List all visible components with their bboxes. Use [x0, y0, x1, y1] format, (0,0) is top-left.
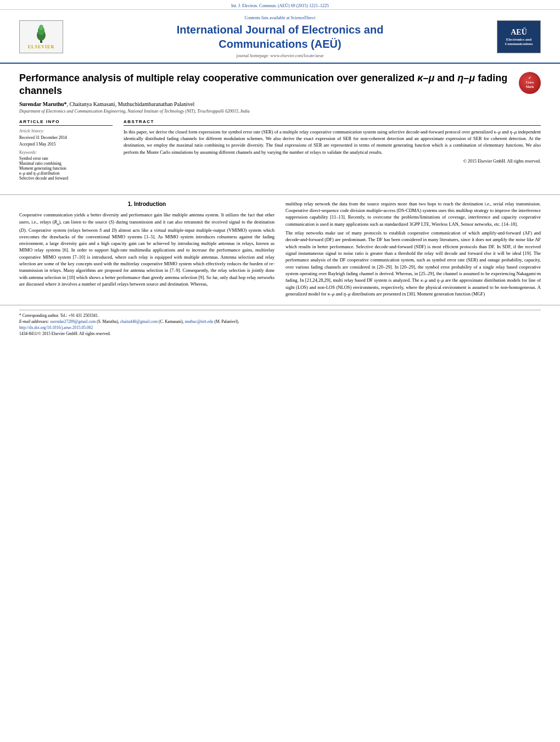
- journal-header: ELSEVIER Contents lists available at Sci…: [0, 10, 560, 64]
- accepted-date: Accepted 3 May 2015: [19, 142, 113, 147]
- journal-homepage: journal homepage: www.elsevier.com/locat…: [71, 53, 489, 58]
- keywords-header: Keywords:: [19, 150, 113, 155]
- intro-text-right: multihop relay network the data from the…: [285, 200, 541, 297]
- doi-line: http://dx.doi.org/10.1016/j.aeue.2015.05…: [19, 325, 541, 330]
- affiliation: Department of Electronics and Communicat…: [19, 109, 541, 114]
- article-title-section: Performance analysis of multiple relay c…: [19, 72, 541, 98]
- abstract-header: ABSTRACT: [124, 119, 541, 126]
- body-content: 1. Introduction Cooperative communicatio…: [0, 200, 560, 299]
- sciencedirect-link: Contents lists available at ScienceDirec…: [71, 15, 489, 20]
- svg-point-3: [39, 25, 43, 30]
- keyword-1: Symbol error rate: [19, 156, 113, 161]
- page: Int. J. Electron. Commun. (AEÜ) 69 (2015…: [0, 0, 560, 742]
- intro-title: 1. Introduction: [19, 200, 275, 209]
- email-3: muthuc@nitt.edu: [184, 319, 213, 324]
- article-info: ARTICLE INFO Article history: Received 3…: [19, 119, 113, 181]
- footer-divider: [19, 310, 541, 310]
- keyword-2: Maximal ratio combining: [19, 161, 113, 166]
- received-date: Received 31 December 2014: [19, 135, 113, 140]
- elsevier-tree-icon: [30, 24, 52, 43]
- author-3: Muthuchidambaranathan Palanivel: [118, 101, 195, 107]
- issn-line: 1434-8411/© 2015 Elsevier GmbH. All righ…: [19, 331, 541, 336]
- email-2: chaitu446@gmail.com: [120, 319, 158, 324]
- abstract-text: In this paper, we derive the closed form…: [124, 129, 541, 155]
- intro-text-left: Cooperative communication yields a bette…: [19, 211, 275, 287]
- journal-ref-text: Int. J. Electron. Commun. (AEÜ) 69 (2015…: [231, 3, 329, 8]
- article-info-abstract-section: ARTICLE INFO Article history: Received 3…: [19, 119, 541, 181]
- elsevier-label: ELSEVIER: [28, 44, 54, 49]
- footnote-star: * Corresponding author. Tel.: +91 431 25…: [19, 313, 541, 318]
- aeu-logo-text: AEÜ Electronics andCommunications: [505, 27, 533, 47]
- authors: Surendar Maruthu*, Chaitanya Kamasani, M…: [19, 101, 541, 107]
- aeu-logo-container: AEÜ Electronics andCommunications: [494, 20, 544, 53]
- article-info-header: ARTICLE INFO: [19, 119, 113, 126]
- doi-link[interactable]: http://dx.doi.org/10.1016/j.aeue.2015.05…: [19, 325, 93, 330]
- keyword-5: Selective decode and forward: [19, 176, 113, 181]
- main-content: Performance analysis of multiple relay c…: [0, 64, 560, 189]
- email-1: surendar27289@gmail.com: [50, 319, 96, 324]
- body-left-col: 1. Introduction Cooperative communicatio…: [19, 200, 275, 299]
- keyword-4: κ–μ and η–μ distribution: [19, 171, 113, 176]
- aeu-logo: AEÜ Electronics andCommunications: [497, 20, 541, 53]
- author-1: Surendar Maruthu*: [19, 101, 67, 107]
- keyword-3: Moment generating function: [19, 166, 113, 171]
- footer: * Corresponding author. Tel.: +91 431 25…: [0, 305, 560, 340]
- journal-reference-bar: Int. J. Electron. Commun. (AEÜ) 69 (2015…: [0, 0, 560, 10]
- body-right-col: multihop relay network the data from the…: [285, 200, 541, 299]
- abstract-section: ABSTRACT In this paper, we derive the cl…: [124, 119, 541, 181]
- journal-center: Contents lists available at ScienceDirec…: [71, 15, 489, 58]
- history-label: Article history:: [19, 129, 113, 133]
- journal-title: International Journal of Electronics and…: [71, 23, 489, 51]
- crossmark-logo: ✓CrossMark: [519, 72, 541, 94]
- author-2: Chaitanya Kamasani: [70, 101, 115, 107]
- elsevier-logo-container: ELSEVIER: [16, 20, 66, 53]
- body-divider: [0, 194, 560, 195]
- article-title: Performance analysis of multiple relay c…: [19, 72, 513, 98]
- email-line: E-mail addresses: surendar27289@gmail.co…: [19, 319, 541, 324]
- copyright: © 2015 Elsevier GmbH. All rights reserve…: [124, 159, 541, 164]
- elsevier-logo: ELSEVIER: [19, 20, 63, 53]
- keywords-section: Keywords: Symbol error rate Maximal rati…: [19, 150, 113, 181]
